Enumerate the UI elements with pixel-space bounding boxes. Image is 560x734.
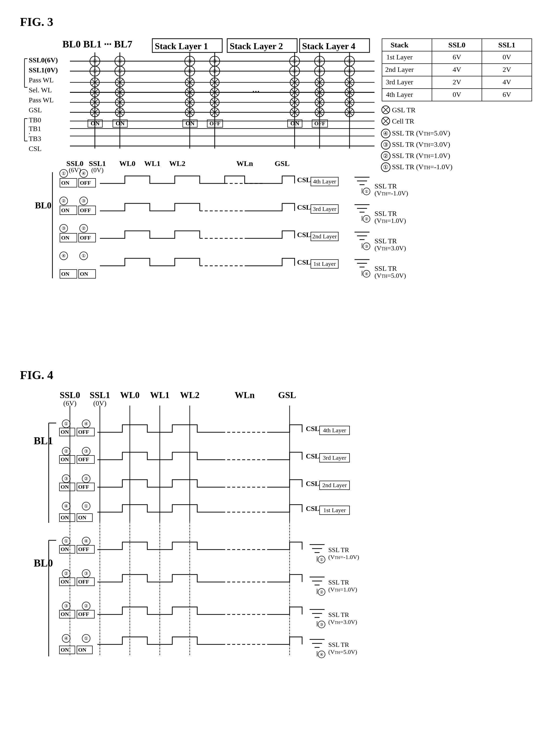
fig4-bl1-r2-n3: ③ — [84, 449, 88, 454]
fig3-bl0-r3-n2: ② — [82, 226, 86, 231]
fig4-bl1: BL1 — [34, 435, 53, 446]
fig3-r1-vth: (VTH=-1.0V) — [374, 190, 408, 197]
fig4-bl0-r2-on: ON — [61, 578, 69, 585]
fig3-r3-ssln: ③ — [365, 244, 368, 249]
fig4-bl1-r1-on: ON — [61, 429, 69, 435]
fig3-bl0-r2-n2: ② — [62, 199, 66, 203]
fig4-bl1-r1-off: OFF — [78, 429, 89, 435]
fig4-csl1: CSL — [306, 505, 319, 512]
fig3-gsl-bot: GSL — [275, 159, 290, 168]
fig3-r4-vth: (VTH=5.0V) — [374, 272, 406, 279]
fig3-off-sl2: OFF — [209, 120, 220, 127]
fig4-gsl: GSL — [278, 390, 296, 400]
fig3-bl0-r3-n3: ③ — [62, 226, 66, 231]
fig3-tr-1d: ① — [317, 58, 322, 64]
fig4-bl1-r2-on: ON — [61, 456, 69, 462]
fig4-csl2: CSL — [306, 480, 319, 487]
fig3-tbl-r3c1: 3rd Layer — [386, 78, 413, 86]
fig3-ssl3-num: ③ — [383, 142, 388, 148]
fig3-ssl1-v: (0V) — [91, 167, 103, 174]
fig4-svg: SSL0 (6V) SSL1 (0V) WL0 WL1 WL2 WLn GSL … — [20, 387, 544, 734]
fig4-bl1-r4-n4: ④ — [64, 504, 68, 509]
fig3-csl2-lbl: 2nd Layer — [312, 233, 337, 240]
fig4-ssl0: SSL0 — [60, 390, 80, 400]
fig3-r2-ssln: ② — [365, 217, 368, 221]
fig3-csl1-lbl: 1st Layer — [313, 261, 336, 267]
fig3-csl3-lbl: 3rd Layer — [313, 206, 336, 212]
fig3-r1-ssltr: SSL TR — [374, 182, 397, 190]
fig3-svg: BL0 BL1 ··· BL7 Stack Layer 1 Stack Laye… — [20, 34, 544, 353]
fig4-diagram: SSL0 (6V) SSL1 (0V) WL0 WL1 WL2 WLn GSL … — [20, 387, 544, 734]
fig4-bl0-r1-off: OFF — [78, 546, 89, 552]
fig3-tbl-r4c3: 6V — [503, 91, 511, 98]
fig3-tbl-r4c2: 0V — [453, 91, 461, 98]
fig3-bl0-r3-off: OFF — [80, 235, 91, 241]
fig4-bl0-r4-on1: ON — [61, 647, 69, 653]
fig3-tbl-r3c3: 4V — [503, 78, 511, 86]
fig4-bl1-r3-off: OFF — [78, 484, 89, 490]
fig3-wl2: WL2 — [169, 159, 185, 168]
fig3-bl0-r2-wave — [100, 203, 200, 211]
fig3-ssl4-label: SSL TR (VTH=5.0V) — [392, 129, 450, 137]
fig4-bl0-r4-ssltr: SSL TR — [328, 641, 349, 648]
fig3-r2-vth: (VTH=1.0V) — [374, 217, 406, 224]
fig3-r3-vth: (VTH=3.0V) — [374, 245, 406, 252]
fig3-tr-1c: ① — [292, 58, 297, 64]
fig4-bl0-r4-n1: ① — [84, 636, 88, 641]
fig4-bl0-r1-ssln: ① — [320, 557, 323, 562]
fig4-bl1-r4-on2: ON — [78, 514, 86, 521]
fig3-csl2: CSL — [297, 231, 311, 239]
fig3-csl-lbl: CSL — [29, 145, 41, 153]
fig3-tbl-h3: SSL1 — [498, 41, 515, 49]
fig3-tr-2b: ② — [212, 68, 217, 74]
fig4-bl0-r3-vth: (VTH=3.0V) — [328, 619, 357, 625]
fig4-bl0: BL0 — [34, 557, 53, 569]
fig3-bl-label: BL0 BL1 ··· BL7 — [62, 38, 132, 50]
fig3-csl4: CSL — [297, 176, 311, 184]
fig4-bl0-r3-n3: ③ — [64, 603, 68, 608]
fig4-csl3: CSL — [306, 452, 319, 460]
fig3-ssl2-label: SSL TR (VTH=1.0V) — [392, 152, 450, 160]
fig3-selwl: Sel. WL — [29, 86, 52, 94]
fig4-bl1-r2-off: OFF — [78, 456, 89, 462]
fig3-csl3: CSL — [297, 203, 311, 211]
fig4-csl3-lbl: 3rd Layer — [323, 454, 346, 461]
fig3-tbl-r2c3: 2V — [503, 66, 511, 73]
fig4-wl2: WL2 — [180, 390, 199, 400]
fig3-bl0-r1-n1: ① — [62, 171, 66, 176]
fig4-bl0-r3-ssltr: SSL TR — [328, 611, 349, 618]
fig3-r3-ssltr: SSL TR — [374, 237, 397, 245]
fig3-on-1: ON — [91, 120, 100, 127]
fig4-bl0-r2-vth: (VTH=1.0V) — [328, 586, 357, 593]
fig4-csl2-lbl: 2nd Layer — [322, 482, 347, 488]
fig3-tbl-r1c2: 6V — [453, 53, 461, 61]
fig4-bl0-r4-on2: ON — [78, 647, 86, 653]
fig3-legend-gsl: GSL TR — [392, 106, 415, 114]
fig3-ssl2-num: ② — [383, 153, 388, 159]
fig4-wl1: WL1 — [150, 390, 170, 400]
fig4-bl1-r1-n1: ① — [64, 421, 68, 426]
fig4-wln: WLn — [235, 390, 255, 400]
fig4-bl0-r3-off: OFF — [78, 611, 89, 617]
fig3-tbl-r2c1: 2nd Layer — [385, 66, 414, 73]
fig3-on-sl2-1: ON — [186, 120, 195, 127]
fig3-ssl1-label: SSL TR (VTH=-1.0V) — [392, 163, 452, 171]
fig3-tr-4d: ④ — [317, 68, 322, 74]
fig4-bl1-r3-n3: ③ — [64, 476, 68, 481]
fig3-passwl2: Pass WL — [29, 96, 54, 104]
fig4-bl0-r1-ssltr: SSL TR — [328, 546, 349, 553]
fig4-bl1-r3-n2: ② — [84, 476, 88, 481]
fig3-tr-1a: ① — [93, 68, 97, 74]
fig3-bl0-r1-n4: ④ — [82, 171, 86, 176]
fig3-tbl-h1: Stack — [390, 41, 408, 49]
fig4-label: FIG. 4 — [20, 368, 540, 382]
fig3-r2-ssltr: SSL TR — [374, 210, 397, 217]
fig4-bl0-r4-n4: ④ — [64, 636, 68, 641]
fig3-csl1: CSL — [297, 258, 311, 266]
fig3-wl1: WL1 — [144, 159, 160, 168]
fig3-bl0-r1-wave — [100, 176, 295, 184]
fig3-tbl-r1c1: 1st Layer — [386, 53, 413, 61]
fig4-bl1-r2-n2: ② — [64, 449, 68, 454]
fig4-ssl1: SSL1 — [90, 390, 110, 400]
fig3-r4-ssln: ④ — [365, 272, 368, 276]
